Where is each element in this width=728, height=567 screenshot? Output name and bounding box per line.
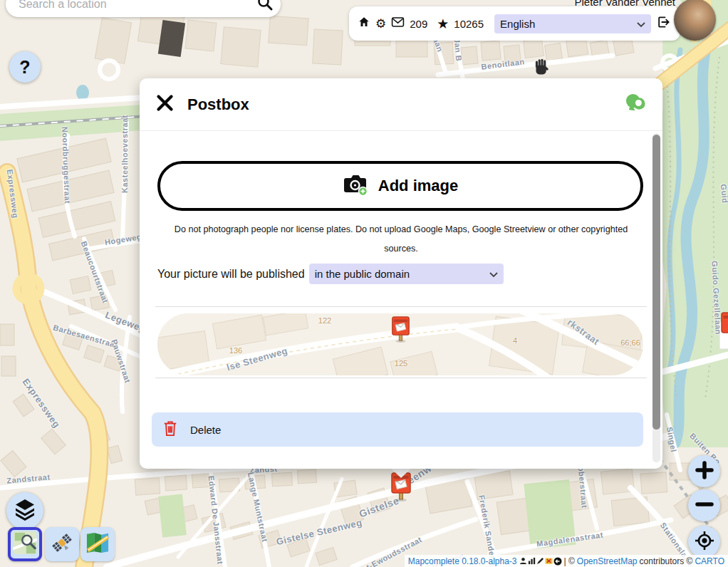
community-icon <box>519 557 527 565</box>
avatar[interactable] <box>674 0 716 41</box>
divider <box>155 306 647 307</box>
mapcomplete-version-link[interactable]: Mapcomplete 0.18.0-alpha-3 <box>408 556 517 566</box>
search-bar <box>6 0 281 17</box>
home-icon[interactable] <box>358 16 370 31</box>
locate-button[interactable] <box>688 526 720 558</box>
user-bar: ⚙ 209 ★ 10265 English <box>349 6 680 41</box>
message-count: 209 <box>410 18 427 30</box>
minus-icon <box>695 495 714 516</box>
help-button[interactable]: ? <box>9 51 41 83</box>
contributors-text: contributors © <box>640 556 693 566</box>
help-label: ? <box>19 57 30 78</box>
publish-row: Your picture will be published in the pu… <box>157 264 662 284</box>
add-image-label: Add image <box>378 177 458 195</box>
attribution-separator: | © <box>564 556 575 566</box>
divider <box>155 378 647 378</box>
language-value: English <box>500 18 535 30</box>
hand-cursor <box>531 58 550 80</box>
modal-title: Postbox <box>187 95 612 114</box>
scrollbar-track <box>652 133 660 462</box>
modal-tail <box>390 467 412 478</box>
add-image-button[interactable]: Add image <box>157 161 643 211</box>
mini-map-label: 125 <box>395 359 407 368</box>
star-count: 10265 <box>454 18 484 30</box>
mini-map-label: 136 <box>229 346 242 355</box>
plus-icon <box>695 461 714 482</box>
mini-map-label: 66;66 <box>620 338 640 347</box>
mapcomplete-logo-icon <box>625 92 647 117</box>
language-select[interactable]: English <box>494 14 651 33</box>
map-style-button-satellite[interactable] <box>45 527 79 561</box>
chevron-down-icon <box>489 268 498 280</box>
camera-add-icon <box>343 173 368 199</box>
postbox-modal: Postbox <box>140 78 662 469</box>
crosshair-icon <box>695 531 714 553</box>
license-value: in the public domain <box>315 268 410 280</box>
search-icon[interactable] <box>256 0 274 14</box>
openstreetmap-link[interactable]: OpenStreetMap <box>577 556 638 566</box>
trash-icon <box>162 420 178 439</box>
osm-map-icon <box>13 531 37 558</box>
scrollbar-thumb[interactable] <box>652 135 660 430</box>
modal-header: Postbox <box>140 78 662 130</box>
satellite-icon <box>50 531 74 558</box>
license-note: Do not photograph people nor license pla… <box>162 220 640 259</box>
mini-map-label: 122 <box>318 316 331 325</box>
gear-icon[interactable]: ⚙ <box>375 18 386 30</box>
stats-icon <box>528 557 536 565</box>
username-label: Pieter Vander Vennet <box>575 0 676 8</box>
circle-arrow-icon <box>553 557 562 566</box>
star-icon[interactable]: ★ <box>437 17 449 31</box>
mail-icon[interactable] <box>391 16 405 31</box>
folded-map-icon <box>85 531 110 557</box>
layers-button[interactable] <box>6 492 43 529</box>
delete-label: Delete <box>190 424 221 436</box>
publish-label: Your picture will be published <box>157 268 305 281</box>
attribution-bar: Mapcomplete 0.18.0-alpha-3 | © OpenStree… <box>405 555 728 567</box>
mini-map[interactable]: 122136lse Steenweg1254rkstraat66;66 <box>157 313 643 375</box>
zoom-out-button[interactable] <box>688 489 720 521</box>
logout-icon[interactable] <box>656 15 670 32</box>
search-input[interactable] <box>17 0 256 11</box>
chevron-down-icon <box>637 18 645 30</box>
close-icon[interactable] <box>155 93 175 115</box>
zoom-in-button[interactable] <box>688 455 720 487</box>
modal-content: Add image Do not photograph people nor l… <box>140 130 662 464</box>
attribution-icons <box>519 557 562 566</box>
map-style-button-basic[interactable] <box>80 527 115 561</box>
mini-map-label: rkstraat <box>566 317 602 348</box>
pencil-icon <box>536 557 544 565</box>
delete-button[interactable]: Delete <box>152 412 643 447</box>
translate-icon <box>545 557 553 565</box>
license-select[interactable]: in the public domain <box>309 264 504 284</box>
mini-map-label: 4 <box>513 336 517 345</box>
map-style-button-osm[interactable] <box>8 527 42 561</box>
carto-link[interactable]: CARTO <box>695 556 724 566</box>
layers-icon <box>14 498 36 524</box>
postbox-marker-edge[interactable] <box>720 311 728 344</box>
